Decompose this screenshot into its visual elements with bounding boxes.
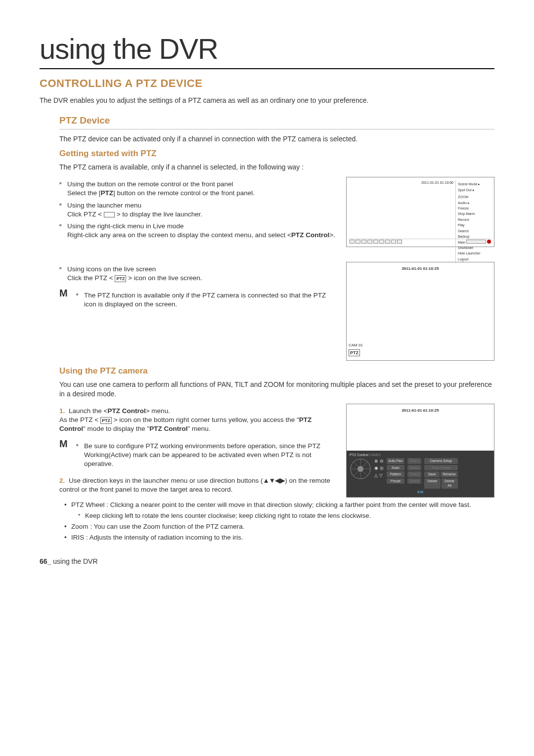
iris-open-icon[interactable]: ◉ bbox=[374, 465, 378, 470]
note-mark-icon: M bbox=[59, 439, 70, 472]
pattern-button[interactable]: Pattern bbox=[387, 471, 405, 477]
menu-item[interactable]: Search bbox=[458, 228, 483, 234]
menu-item[interactable]: Shutdown bbox=[458, 245, 483, 251]
select-button[interactable]: Select bbox=[407, 465, 421, 470]
rename-button[interactable]: Rename bbox=[441, 471, 457, 477]
menu-item[interactable]: Play bbox=[458, 222, 483, 228]
using-ptz-intro: You can use one camera to perform all fu… bbox=[59, 380, 494, 399]
grid-icon[interactable] bbox=[385, 240, 390, 244]
sub-intro-ptz-device: The PTZ device can be activated only if … bbox=[59, 134, 494, 144]
slider[interactable] bbox=[466, 240, 486, 244]
grid-icon[interactable] bbox=[373, 240, 378, 244]
text: > to display the live launcher. bbox=[115, 210, 202, 218]
delete-all-button[interactable]: Delete All bbox=[442, 478, 458, 489]
sub-sub-heading-getting-started: Getting started with PTZ bbox=[59, 148, 494, 160]
exit-link[interactable]: Exit bbox=[350, 490, 491, 494]
menu-item[interactable]: Record bbox=[458, 217, 483, 222]
bullet-remote-button: Using the button on the remote control o… bbox=[59, 180, 336, 198]
text: Click the PTZ < bbox=[67, 274, 115, 282]
menu-item[interactable]: Hide Launcher bbox=[458, 251, 483, 256]
ptz-icon[interactable]: PTZ bbox=[349, 349, 360, 356]
grid-icon[interactable] bbox=[356, 240, 360, 244]
save-preset-button[interactable]: Save Preset bbox=[424, 465, 458, 470]
text: As the PTZ < bbox=[59, 416, 100, 423]
ptz-control-label: PTZ Control bbox=[107, 407, 145, 415]
text: > menu. bbox=[146, 407, 170, 415]
bullet-keep-clicking: Keep clicking left to rotate the lens co… bbox=[78, 511, 494, 520]
note-ptz-function: M The PTZ function is available only if … bbox=[59, 288, 336, 312]
section-heading: CONTROLLING A PTZ DEVICE bbox=[40, 76, 494, 91]
menu-item[interactable]: Audio ▸ bbox=[458, 200, 483, 206]
preset-button[interactable]: Preset bbox=[387, 478, 405, 484]
record-icon[interactable] bbox=[487, 240, 491, 244]
menu-item[interactable]: Logout bbox=[458, 256, 483, 262]
bullets-group-2: Using icons on the live screen Click the… bbox=[59, 265, 336, 283]
menu-item[interactable]: Stop Alarm bbox=[458, 211, 483, 216]
sub-heading-ptz-device: PTZ Device bbox=[59, 114, 494, 129]
bullet-zoom: Zoom : You can use the Zoom function of … bbox=[64, 522, 494, 531]
note-configure-ptz: M Be sure to configure PTZ working envir… bbox=[59, 439, 336, 472]
bullet-title: Using the launcher menu bbox=[67, 202, 141, 209]
text: > icon on the live screen. bbox=[126, 274, 202, 282]
text: Right-click any area on the screen to di… bbox=[67, 231, 291, 239]
bullets-group-1: Using the button on the remote control o… bbox=[59, 180, 336, 240]
zoom-in-icon[interactable]: ⊕ bbox=[374, 459, 378, 463]
grid-icon[interactable] bbox=[361, 240, 366, 244]
bullet-iris: IRIS : Adjusts the intensity of radiatio… bbox=[64, 533, 494, 542]
step-2: 2. Use direction keys in the launcher me… bbox=[59, 476, 336, 494]
focus-far-icon[interactable]: ▽ bbox=[379, 473, 383, 478]
delete-button[interactable]: Delete bbox=[424, 478, 441, 489]
fig1-context-menu: Scene Mode ▸ Spot Out ▸ ZOOM Audio ▸ Fre… bbox=[455, 180, 485, 263]
ptz-icon: PTZ bbox=[100, 417, 112, 424]
page-title: using the DVR bbox=[40, 30, 494, 69]
fig2-timestamp: 2011-01-01 01:10:25 bbox=[347, 266, 494, 272]
bullet-ptz-wheel: PTZ Wheel : Clicking a nearer point to t… bbox=[64, 501, 494, 520]
select-button[interactable]: Select bbox=[407, 458, 421, 463]
text: > icon on the bottom right corner turns … bbox=[112, 416, 299, 423]
select-button[interactable]: Select bbox=[407, 471, 421, 477]
text: Click PTZ < bbox=[67, 210, 104, 218]
page-number: 66_ bbox=[40, 557, 51, 565]
fig2-camera-label: CAM 01 PTZ bbox=[349, 343, 363, 356]
grid-icon[interactable] bbox=[391, 240, 396, 244]
fig1-timestamp: 2011-01-01 01:10:00 bbox=[421, 180, 453, 185]
select-button[interactable]: Select bbox=[407, 478, 421, 484]
page-footer: 66_ using the DVR bbox=[40, 557, 494, 566]
text: >. bbox=[329, 231, 335, 239]
step-1: 1. Launch the <PTZ Control> menu. As the… bbox=[59, 407, 336, 434]
panel-camera-label: CAM01 bbox=[369, 453, 381, 457]
camera-setup-button[interactable]: Camera Setup bbox=[424, 458, 458, 463]
grid-icon[interactable] bbox=[379, 240, 384, 244]
direction-icons: ▲▼◀▶ bbox=[263, 477, 285, 484]
bullet-live-screen-icons: Using icons on the live screen Click the… bbox=[59, 265, 336, 283]
menu-item[interactable]: Spot Out ▸ bbox=[458, 187, 483, 193]
grid-icon[interactable] bbox=[367, 240, 372, 244]
figure-ptz-control-panel: 2011-01-01 01:10:25 PTZ Control CAM01 bbox=[346, 404, 494, 498]
text: " menu. bbox=[187, 425, 210, 432]
scan-button[interactable]: Scan bbox=[387, 465, 405, 470]
menu-item[interactable]: Scene Mode ▸ bbox=[458, 181, 483, 187]
steps-list-2: 2. Use direction keys in the launcher me… bbox=[59, 476, 336, 494]
ptz-action-buttons: Camera Setup Save Preset Save Rename Del… bbox=[424, 458, 458, 488]
menu-item[interactable]: ZOOM bbox=[458, 194, 483, 200]
auto-pan-button[interactable]: Auto Pan bbox=[387, 458, 405, 463]
intro-text: The DVR enables you to adjust the settin… bbox=[40, 96, 494, 105]
ptz-mode-buttons: Auto Pan Scan Pattern Preset bbox=[387, 458, 405, 484]
note-text: Be sure to configure PTZ working environ… bbox=[76, 442, 336, 469]
iris-close-icon[interactable]: ◎ bbox=[380, 465, 384, 470]
focus-near-icon[interactable]: △ bbox=[374, 473, 378, 478]
getting-started-intro: The PTZ camera is available, only if a c… bbox=[59, 163, 494, 172]
feature-bullets: PTZ Wheel : Clicking a nearer point to t… bbox=[64, 501, 494, 542]
menu-item[interactable]: Freeze bbox=[458, 206, 483, 211]
text: ] button on the remote control or the fr… bbox=[113, 189, 255, 197]
grid-icon[interactable] bbox=[350, 240, 355, 244]
grid-icon[interactable] bbox=[397, 240, 402, 244]
note-text: The PTZ function is available only if th… bbox=[76, 291, 336, 309]
figure-context-menu: 2011-01-01 01:10:00 Scene Mode ▸ Spot Ou… bbox=[346, 177, 494, 247]
bullet-title: Using the right-click menu in Live mode bbox=[67, 222, 184, 230]
menu-item[interactable]: Backup bbox=[458, 234, 483, 239]
ptz-wheel[interactable] bbox=[350, 458, 371, 480]
sub-sub-heading-using-ptz: Using the PTZ camera bbox=[59, 366, 494, 377]
save-button[interactable]: Save bbox=[424, 471, 440, 477]
zoom-out-icon[interactable]: ⊖ bbox=[380, 459, 384, 463]
